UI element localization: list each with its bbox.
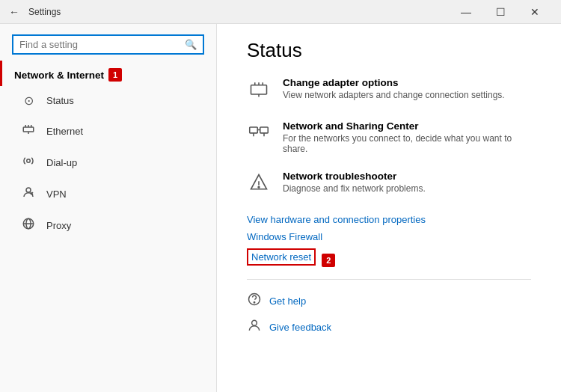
setting-troubleshooter[interactable]: Network troubleshooter Diagnose and fix … [247,171,531,200]
svg-point-5 [27,159,31,163]
divider [247,279,531,280]
troubleshooter-icon [247,172,271,197]
svg-point-6 [26,188,31,192]
bottom-links: Get help Give feedback [247,292,531,337]
svg-point-23 [258,186,260,188]
sidebar-item-label: VPN [46,189,67,200]
search-input[interactable] [19,39,185,50]
network-reset-link[interactable]: Network reset [247,248,316,266]
adapter-desc: View network adapters and change connect… [283,90,505,100]
sharing-title: Network and Sharing Center [283,120,531,132]
sidebar-item-label: Status [46,95,74,106]
dialup-icon [21,154,36,171]
hardware-properties-link[interactable]: View hardware and connection properties [247,214,531,225]
adapter-text: Change adapter options View network adap… [283,77,505,100]
setting-sharing-center[interactable]: Network and Sharing Center For the netwo… [247,120,531,157]
window-title: Settings [28,7,449,17]
sidebar-item-ethernet[interactable]: Ethernet [0,115,216,147]
get-help-link[interactable]: Get help [247,292,531,310]
svg-rect-12 [251,85,267,94]
back-button[interactable]: ← [9,6,19,18]
sidebar-item-proxy[interactable]: Proxy [0,209,216,241]
svg-rect-0 [23,127,34,132]
svg-point-26 [252,320,257,325]
troubleshooter-desc: Diagnose and fix network problems. [283,183,426,194]
network-reset-wrapper: Network reset 2 [247,248,531,272]
get-help-icon [247,292,262,310]
give-feedback-label: Give feedback [269,322,331,333]
ethernet-icon [21,123,36,139]
main-layout: 🔍 Network & Internet 1 ⊙ Status Ethernet [0,24,561,392]
section-header[interactable]: Network & Internet 1 [0,61,216,86]
svg-point-25 [254,302,254,303]
status-icon: ⊙ [21,94,36,108]
sidebar-item-status[interactable]: ⊙ Status [0,86,216,115]
setting-change-adapter[interactable]: Change adapter options View network adap… [247,77,531,107]
sharing-icon [247,122,271,147]
sidebar: 🔍 Network & Internet 1 ⊙ Status Ethernet [0,24,217,392]
troubleshooter-title: Network troubleshooter [283,171,426,182]
give-feedback-icon [247,318,262,337]
sharing-desc: For the networks you connect to, decide … [283,133,531,154]
adapter-icon [247,79,271,104]
network-reset-badge: 2 [322,254,335,267]
search-icon[interactable]: 🔍 [185,39,197,50]
window-controls: — ☐ ✕ [449,0,552,24]
page-title: Status [247,39,531,62]
titlebar: ← Settings — ☐ ✕ [0,0,561,24]
vpn-icon [21,186,36,202]
sidebar-item-label: Proxy [46,220,71,231]
search-box[interactable]: 🔍 [12,34,204,55]
get-help-label: Get help [269,295,306,307]
content-area: Status Change adapter options View netwo… [217,24,561,392]
sidebar-item-vpn[interactable]: VPN [0,178,216,209]
sidebar-item-dialup[interactable]: Dial-up [0,147,216,178]
section-badge: 1 [108,68,122,82]
troubleshooter-text: Network troubleshooter Diagnose and fix … [283,171,426,194]
sidebar-item-label: Dial-up [46,157,77,168]
minimize-button[interactable]: — [449,0,483,24]
adapter-title: Change adapter options [283,77,505,88]
proxy-icon [21,217,36,233]
svg-rect-17 [250,127,258,133]
windows-firewall-link[interactable]: Windows Firewall [247,231,531,242]
sharing-text: Network and Sharing Center For the netwo… [283,120,531,154]
give-feedback-link[interactable]: Give feedback [247,318,531,337]
svg-rect-18 [260,127,269,133]
maximize-button[interactable]: ☐ [483,0,518,24]
close-button[interactable]: ✕ [518,0,552,24]
sidebar-item-label: Ethernet [46,126,83,137]
section-header-label: Network & Internet [14,70,104,81]
